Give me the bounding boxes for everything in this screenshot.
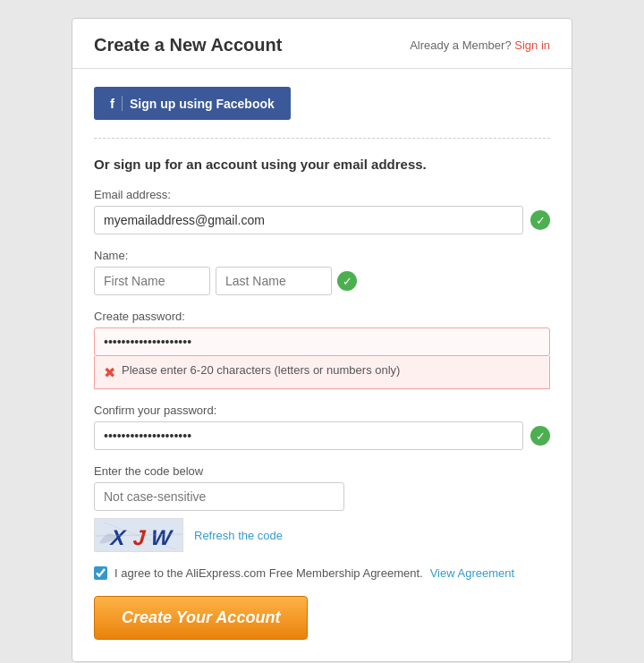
captcha-input[interactable] [94, 482, 344, 511]
create-account-button[interactable]: Create Your Account [94, 596, 308, 640]
email-label: Email address: [94, 188, 550, 201]
email-signup-label: Or sign up for an account using your ema… [94, 157, 550, 172]
name-input-row: ✓ [94, 267, 550, 295]
email-group: Email address: ✓ [94, 188, 550, 234]
first-name-input[interactable] [94, 267, 210, 295]
captcha-image: X J W [94, 518, 183, 552]
name-group: Name: ✓ [94, 249, 550, 295]
email-valid-icon: ✓ [530, 210, 550, 230]
confirm-password-input[interactable] [94, 421, 523, 450]
already-member-text: Already a Member? Sign in [410, 38, 550, 52]
confirm-password-valid-icon: ✓ [530, 426, 550, 446]
password-group: Create password: ✖ Please enter 6-20 cha… [94, 310, 550, 389]
confirm-password-input-row: ✓ [94, 421, 550, 450]
divider [94, 138, 550, 139]
agreement-checkbox[interactable] [94, 566, 107, 580]
captcha-section: Enter the code below X J W [94, 464, 550, 552]
card-header: Create a New Account Already a Member? S… [72, 19, 572, 69]
facebook-signup-button[interactable]: f Sign up using Facebook [94, 87, 291, 120]
name-label: Name: [94, 249, 550, 262]
captcha-svg: X J W [95, 518, 182, 552]
captcha-label: Enter the code below [94, 464, 550, 478]
signup-card: Create a New Account Already a Member? S… [72, 18, 572, 662]
confirm-password-group: Confirm your password: ✓ [94, 404, 550, 450]
agreement-text: I agree to the AliExpress.com Free Membe… [114, 566, 423, 580]
view-agreement-link[interactable]: View Agreement [430, 566, 514, 580]
captcha-image-row: X J W Refresh the code [94, 518, 550, 552]
error-icon: ✖ [104, 364, 115, 381]
password-input-row [94, 327, 550, 356]
sign-in-link[interactable]: Sign in [514, 38, 550, 52]
password-error-box: ✖ Please enter 6-20 characters (letters … [94, 356, 550, 389]
last-name-input[interactable] [216, 267, 332, 295]
password-label: Create password: [94, 310, 550, 323]
refresh-captcha-link[interactable]: Refresh the code [194, 529, 283, 542]
agreement-row: I agree to the AliExpress.com Free Membe… [94, 566, 550, 580]
password-error-text: Please enter 6-20 characters (letters or… [122, 363, 400, 377]
page-title: Create a New Account [94, 35, 282, 55]
facebook-button-label: Sign up using Facebook [130, 97, 275, 111]
password-input[interactable] [94, 327, 550, 356]
facebook-icon: f [110, 96, 123, 111]
name-valid-icon: ✓ [337, 271, 357, 291]
confirm-password-label: Confirm your password: [94, 404, 550, 417]
email-input-row: ✓ [94, 206, 550, 234]
card-body: f Sign up using Facebook Or sign up for … [72, 69, 572, 661]
email-input[interactable] [94, 206, 523, 234]
